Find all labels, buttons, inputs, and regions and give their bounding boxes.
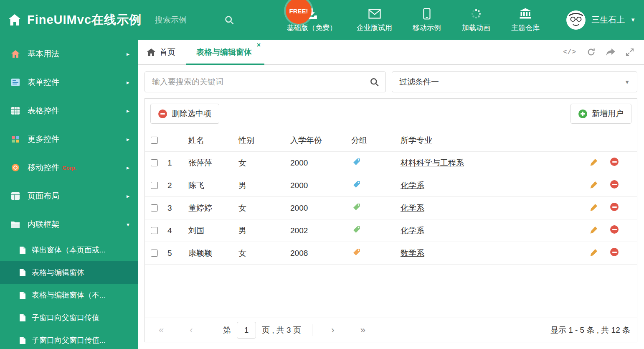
cell-year: 2008	[290, 242, 351, 265]
home-icon	[147, 48, 155, 56]
select-all-checkbox[interactable]	[151, 137, 158, 144]
tag-icon	[353, 226, 360, 233]
share-icon[interactable]	[606, 48, 615, 56]
col-delete	[610, 129, 637, 152]
first-page-button[interactable]: «	[152, 325, 171, 336]
expand-icon[interactable]	[626, 48, 634, 56]
minus-circle-icon	[158, 110, 167, 118]
filter-dropdown[interactable]: 过滤条件一 ▼	[392, 71, 637, 92]
divider	[312, 324, 312, 336]
delete-icon[interactable]	[610, 248, 619, 256]
chevron-right-icon: ▸	[127, 164, 129, 171]
row-number: 2	[167, 174, 188, 197]
edit-icon[interactable]	[590, 158, 598, 166]
divider	[212, 324, 212, 336]
nav-item-theme-store[interactable]: 主题仓库	[511, 8, 540, 33]
tag-icon	[353, 203, 360, 211]
page-number-input[interactable]	[237, 322, 256, 339]
chevron-right-icon: ▸	[127, 136, 129, 143]
next-page-button[interactable]: ›	[323, 325, 342, 336]
brand[interactable]: FineUIMvc在线示例	[8, 12, 142, 28]
search-icon[interactable]	[224, 15, 234, 25]
row-checkbox[interactable]	[151, 250, 158, 257]
source-code-icon[interactable]: </>	[563, 48, 576, 56]
tab-grid-edit-window[interactable]: 表格与编辑窗体 ×	[186, 40, 264, 64]
tag-icon	[353, 158, 360, 166]
nav-item-enterprise-trial[interactable]: 企业版试用	[357, 8, 392, 33]
table-row: 3 董婷婷 女 2000 化学系	[145, 197, 637, 219]
row-checkbox[interactable]	[151, 204, 158, 211]
edit-icon[interactable]	[590, 226, 598, 234]
page-prefix: 第	[223, 325, 231, 336]
tab-home[interactable]: 首页	[138, 40, 186, 64]
search-icon[interactable]	[370, 77, 379, 87]
sidebar-item-iframe[interactable]: 内联框架 ▾	[0, 210, 138, 239]
file-icon	[20, 292, 25, 299]
major-link[interactable]: 化学系	[401, 204, 424, 212]
row-number: 1	[167, 152, 188, 174]
sidebar-item-form-controls[interactable]: 表单控件 ▸	[0, 68, 138, 97]
major-link[interactable]: 数学系	[401, 249, 424, 257]
sidebar-subitem-child-to-parent[interactable]: 子窗口向父窗口传值	[0, 306, 138, 329]
chevron-down-icon: ▾	[127, 221, 129, 228]
sidebar-item-mobile-controls[interactable]: 移动控件 Corp. ▸	[0, 153, 138, 182]
row-checkbox[interactable]	[151, 159, 158, 166]
row-checkbox[interactable]	[151, 227, 158, 234]
nav-item-mobile-demo[interactable]: 移动示例	[412, 8, 441, 33]
row-checkbox[interactable]	[151, 182, 158, 189]
sidebar-item-grid-controls[interactable]: 表格控件 ▸	[0, 97, 138, 125]
sidebar-subitem-grid-edit-window[interactable]: 表格与编辑窗体	[0, 261, 138, 284]
col-number	[167, 129, 188, 152]
filter-dropdown-value: 过滤条件一	[399, 76, 439, 87]
sidebar-subitem-child-to-parent-2[interactable]: 子窗口向父窗口传值...	[0, 329, 138, 349]
app-title: FineUIMvc在线示例	[27, 12, 142, 28]
keyword-search-input[interactable]	[151, 77, 370, 87]
sidebar-subitem-grid-edit-window-2[interactable]: 表格与编辑窗体（不...	[0, 284, 138, 306]
nav-item-loading-animations[interactable]: 加载动画	[461, 8, 491, 33]
major-link[interactable]: 化学系	[401, 181, 424, 190]
last-page-button[interactable]: »	[353, 325, 373, 336]
row-number: 3	[167, 197, 188, 219]
add-user-button[interactable]: 新增用户	[570, 104, 631, 124]
refresh-icon[interactable]	[587, 48, 596, 56]
delete-icon[interactable]	[610, 225, 619, 234]
table-row: 5 康颖颖 女 2008 数学系	[145, 242, 637, 265]
user-menu[interactable]: 三生石上 ▼	[566, 10, 636, 30]
table-row: 2 陈飞 男 2000 化学系	[145, 174, 637, 197]
file-icon	[20, 337, 25, 344]
delete-icon[interactable]	[610, 158, 619, 166]
keyword-search-box	[145, 71, 386, 92]
top-bar: FineUIMvc在线示例 FREE! 基础版（免费）	[0, 0, 644, 40]
nav-label: 主题仓库	[511, 23, 540, 33]
major-link[interactable]: 化学系	[401, 226, 424, 235]
filter-row: 过滤条件一 ▼	[145, 71, 637, 92]
delete-icon[interactable]	[610, 203, 619, 211]
close-icon[interactable]: ×	[257, 42, 261, 48]
sidebar-item-page-layout[interactable]: 页面布局 ▸	[0, 182, 138, 210]
cell-year: 2000	[290, 152, 351, 174]
pagination-bar: « ‹ 第 页 , 共 3 页 › » 显示 1 - 5 条 , 共 12 条	[145, 318, 637, 342]
sidebar-item-more-controls[interactable]: 更多控件 ▸	[0, 125, 138, 153]
plus-circle-icon	[578, 110, 587, 118]
avatar	[566, 10, 586, 30]
cell-year: 2002	[290, 219, 351, 242]
delete-selected-button[interactable]: 删除选中项	[150, 104, 219, 124]
edit-icon[interactable]	[590, 181, 598, 189]
grid-empty-space	[145, 265, 637, 318]
bank-icon	[519, 8, 532, 20]
major-link[interactable]: 材料科学与工程系	[401, 158, 464, 167]
layout-icon	[10, 192, 20, 200]
cell-year: 2000	[290, 174, 351, 197]
header-search-input[interactable]	[154, 15, 217, 25]
edit-icon[interactable]	[590, 203, 598, 211]
sidebar-item-basic-usage[interactable]: 基本用法 ▸	[0, 40, 138, 68]
chevron-down-icon: ▼	[624, 79, 630, 85]
sidebar-subitem-popup-window[interactable]: 弹出窗体（本页面或...	[0, 239, 138, 261]
prev-page-button[interactable]: ‹	[182, 325, 201, 336]
main-content: 首页 表格与编辑窗体 × </>	[138, 40, 644, 349]
delete-icon[interactable]	[610, 180, 619, 189]
tab-strip: 首页 表格与编辑窗体 × </>	[138, 40, 644, 65]
cell-gender: 男	[238, 174, 290, 197]
edit-icon[interactable]	[590, 248, 598, 256]
col-major: 所学专业	[401, 129, 590, 152]
